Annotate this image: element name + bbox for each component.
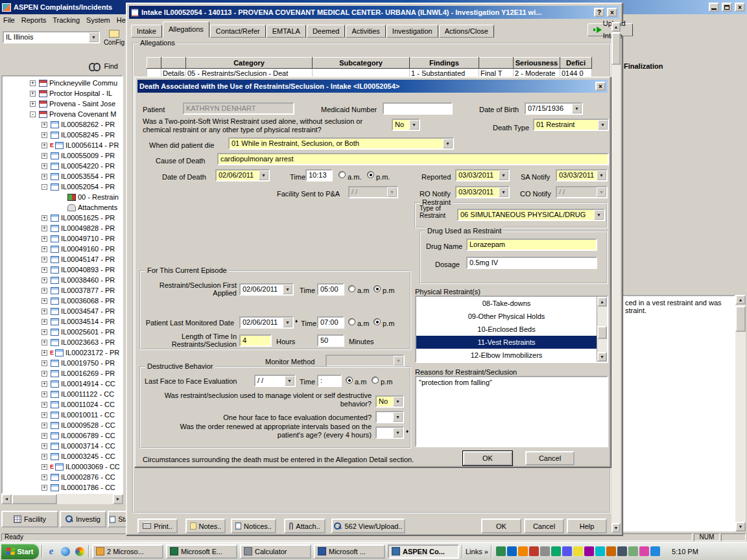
f2f-pm-radio[interactable] <box>372 377 379 384</box>
tray-icon[interactable] <box>595 546 605 556</box>
links-toolbar[interactable]: Links » <box>466 548 488 555</box>
scroll-down-icon[interactable]: ▼ <box>735 522 746 531</box>
chevron-down-icon[interactable] <box>594 210 604 220</box>
pa-combo[interactable]: / / <box>348 186 398 198</box>
date-of-death-combo[interactable]: 02/06/2011 <box>215 169 270 181</box>
expand-toggle-icon[interactable]: + <box>42 174 47 180</box>
expand-toggle-icon[interactable]: + <box>30 91 36 97</box>
scroll-track[interactable] <box>57 494 113 504</box>
scroll-right-icon[interactable]: ► <box>113 494 123 504</box>
menu-tracking[interactable]: Tracking <box>49 14 83 27</box>
expand-toggle-icon[interactable]: + <box>42 350 47 356</box>
tray-icon[interactable] <box>606 546 616 556</box>
help-button[interactable]: ? <box>594 8 604 17</box>
expand-toggle-icon[interactable]: + <box>42 309 47 314</box>
expand-toggle-icon[interactable]: + <box>42 277 47 283</box>
tree-item[interactable]: + IL00011024 - CC <box>3 399 122 410</box>
scroll-thumb[interactable] <box>597 326 607 339</box>
dialog-cancel-button[interactable]: Cancel <box>525 451 575 465</box>
taskbar-task[interactable]: ASPEN Co... <box>388 544 459 559</box>
expand-toggle-icon[interactable]: + <box>42 329 47 335</box>
reported-combo[interactable]: 03/03/2011 <box>455 169 510 181</box>
first-applied-time-field[interactable]: 05:00 <box>317 283 344 296</box>
tray-icon[interactable] <box>540 546 550 556</box>
tree-item[interactable]: + IL00009528 - CC <box>3 420 122 430</box>
facility-tree[interactable]: + Pinckneyville Commu + Proctor Hospital… <box>1 75 123 494</box>
tree-item[interactable]: + IL00040893 - PR <box>3 264 122 275</box>
notices-button[interactable]: Notices.. <box>231 519 276 533</box>
expand-toggle-icon[interactable]: + <box>42 298 47 304</box>
tray-icon[interactable] <box>650 546 660 556</box>
expand-toggle-icon[interactable]: + <box>42 433 47 439</box>
sa-notify-combo[interactable]: 03/03/2011 <box>556 169 608 181</box>
expand-toggle-icon[interactable]: + <box>42 412 47 418</box>
expand-toggle-icon[interactable]: + <box>42 423 47 428</box>
dialog-titlebar[interactable]: Death Associated with the Use of Restrai… <box>137 80 608 93</box>
reasons-textarea[interactable]: "protection from falling" <box>415 376 608 447</box>
intake-tab[interactable]: Intake <box>131 25 162 38</box>
tree-item[interactable]: + IL00055009 - PR <box>3 150 122 161</box>
tree-item[interactable]: + IL00058262 - PR <box>3 119 122 130</box>
first-applied-am-radio[interactable] <box>348 285 355 292</box>
tree-item[interactable]: + IL00006789 - CC <box>3 430 122 441</box>
restraint-option[interactable]: 09-Other Physical Holds <box>416 310 597 323</box>
scroll-track[interactable] <box>735 332 746 522</box>
tray-icon[interactable] <box>551 546 561 556</box>
listbox-vscrollbar[interactable]: ▲ ▼ <box>597 297 607 362</box>
restraint-option[interactable]: 12-Elbow Immobilizers <box>416 349 597 362</box>
death-am-radio[interactable] <box>338 171 346 178</box>
expand-toggle-icon[interactable]: + <box>42 464 47 470</box>
wrist-answer-combo[interactable]: No <box>392 119 420 131</box>
taskbar-task[interactable]: 2 Microso... <box>92 544 163 559</box>
expand-toggle-icon[interactable]: + <box>42 267 47 273</box>
scroll-track[interactable] <box>597 339 607 352</box>
tree-hscrollbar[interactable]: ◄ ► <box>1 494 123 504</box>
tree-item[interactable]: + E IL00023172 - PR <box>3 347 122 358</box>
tray-icon[interactable] <box>617 546 627 556</box>
intake-cancel-button[interactable]: Cancel <box>524 519 564 533</box>
chevron-down-icon[interactable] <box>259 170 268 180</box>
chevron-down-icon[interactable] <box>393 412 403 422</box>
expand-toggle-icon[interactable]: + <box>42 391 47 397</box>
intake-tab[interactable]: Investigation <box>386 25 438 38</box>
tree-item[interactable]: + E IL00056114 - PR <box>3 140 122 150</box>
tray-icon[interactable] <box>584 546 594 556</box>
config-tool[interactable]: ConFig <box>101 29 127 54</box>
last-f2f-date-combo[interactable]: / / <box>254 375 296 387</box>
tree-item[interactable]: + IL00025601 - PR <box>3 327 122 337</box>
death-type-combo[interactable]: 01 Restraint <box>533 119 609 131</box>
death-pm-radio[interactable] <box>367 171 374 178</box>
expand-toggle-icon[interactable]: + <box>42 485 47 491</box>
chevron-down-icon[interactable] <box>499 170 508 180</box>
intake-ok-button[interactable]: OK <box>481 519 521 533</box>
intake-vscrollbar[interactable]: ▲ ▼ <box>611 22 621 533</box>
chevron-down-icon[interactable] <box>409 120 419 130</box>
f2f-am-radio[interactable] <box>346 377 353 384</box>
expand-toggle-icon[interactable]: + <box>42 226 47 231</box>
chevron-down-icon[interactable] <box>499 187 508 197</box>
expand-toggle-icon[interactable]: + <box>30 101 36 107</box>
first-applied-date-combo[interactable]: 02/06/2011 <box>239 283 294 296</box>
scroll-track[interactable] <box>611 65 621 523</box>
monitored-pm-radio[interactable] <box>374 318 381 325</box>
expand-toggle-icon[interactable]: + <box>42 360 47 366</box>
expand-toggle-icon[interactable]: + <box>42 122 47 128</box>
intake-tab[interactable]: EMTALA <box>267 25 306 38</box>
tree-item[interactable]: + E IL00003069 - CC <box>3 461 122 472</box>
tree-item[interactable]: + IL00058245 - PR <box>3 130 122 140</box>
expand-toggle-icon[interactable]: + <box>42 288 47 294</box>
menu-file[interactable]: File <box>0 14 18 27</box>
expand-toggle-icon[interactable]: + <box>42 402 47 408</box>
chevron-down-icon[interactable] <box>597 170 606 180</box>
tree-item[interactable]: 00 - Restrain <box>3 192 122 202</box>
expand-toggle-icon[interactable]: + <box>42 257 47 262</box>
expand-toggle-icon[interactable]: + <box>42 153 47 159</box>
intake-tab[interactable]: Deemed <box>307 25 346 38</box>
chevron-down-icon[interactable] <box>89 32 99 42</box>
tree-item[interactable]: + IL00049710 - PR <box>3 233 122 244</box>
patient-field[interactable]: KATHRYN DENHART <box>183 102 294 115</box>
tree-item[interactable]: + IL00037877 - PR <box>3 285 122 296</box>
expand-toggle-icon[interactable]: + <box>42 163 47 169</box>
drug-name-field[interactable]: Lorazepam <box>466 239 597 251</box>
scroll-thumb[interactable] <box>611 32 621 65</box>
